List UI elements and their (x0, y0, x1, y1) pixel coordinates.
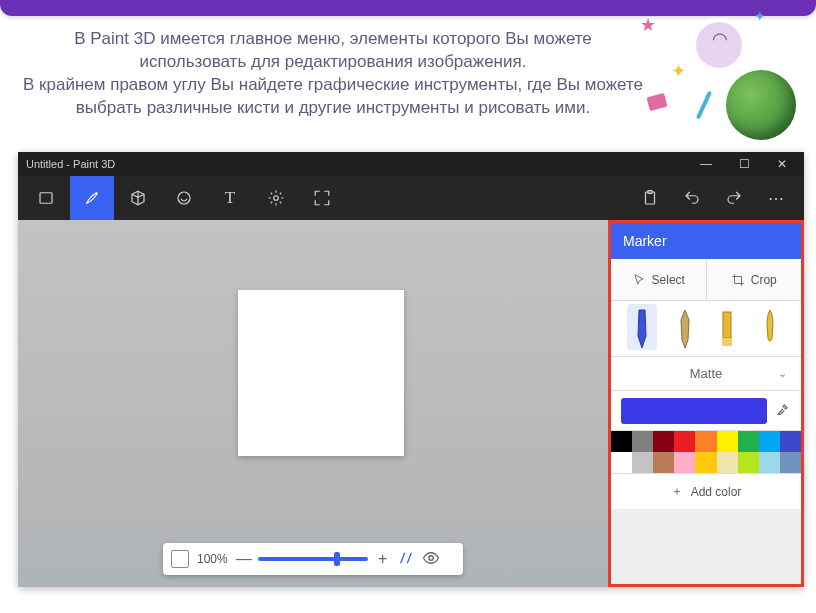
palette-color[interactable] (780, 431, 801, 452)
star-icon: ✦ (754, 8, 766, 24)
plus-icon: ＋ (671, 483, 683, 500)
add-color-button[interactable]: ＋ Add color (611, 473, 801, 509)
palette-color[interactable] (632, 431, 653, 452)
redo-button[interactable] (720, 176, 748, 220)
book-icon (646, 93, 667, 111)
current-color-swatch[interactable] (621, 398, 767, 424)
eye-icon[interactable] (422, 549, 440, 570)
star-icon: ★ (640, 14, 656, 36)
3d-shapes-tab[interactable] (116, 176, 160, 220)
palette-color[interactable] (738, 431, 759, 452)
brushes-tab[interactable] (70, 176, 114, 220)
chevron-down-icon: ⌄ (778, 367, 787, 380)
svg-point-2 (274, 196, 279, 201)
crop-label: Crop (751, 273, 777, 287)
window-controls: — ☐ ✕ (692, 155, 796, 173)
eyedropper-button[interactable] (775, 401, 791, 421)
crop-button[interactable]: Crop (706, 259, 802, 300)
brush-oil[interactable] (712, 304, 742, 350)
color-palette (611, 431, 801, 473)
palette-color[interactable] (717, 452, 738, 473)
undo-button[interactable] (678, 176, 706, 220)
slide-decoration: ★ ✦ ✦ (636, 0, 806, 140)
fit-screen-button[interactable] (171, 550, 189, 568)
palette-color[interactable] (759, 431, 780, 452)
svg-point-1 (178, 192, 190, 204)
stickers-tab[interactable] (162, 176, 206, 220)
cursor-icon (632, 273, 646, 287)
slide-caption-text: В Paint 3D имеется главное меню, элемент… (23, 29, 643, 117)
palette-color[interactable] (759, 452, 780, 473)
zoom-in-button[interactable]: + (376, 550, 390, 568)
palette-color[interactable] (717, 431, 738, 452)
palette-color[interactable] (674, 431, 695, 452)
crop-icon (731, 273, 745, 287)
svg-rect-7 (722, 338, 732, 346)
add-color-label: Add color (691, 485, 742, 499)
text-tab[interactable]: T (208, 176, 252, 220)
svg-point-5 (428, 555, 433, 560)
palette-color[interactable] (653, 452, 674, 473)
zoom-slider[interactable] (258, 557, 368, 561)
palette-color[interactable] (632, 452, 653, 473)
close-button[interactable]: ✕ (768, 155, 796, 173)
svg-rect-6 (723, 312, 731, 338)
palette-color[interactable] (653, 431, 674, 452)
select-label: Select (652, 273, 685, 287)
menu-button[interactable] (24, 176, 68, 220)
brush-watercolor[interactable] (755, 304, 785, 350)
window-titlebar: Untitled - Paint 3D — ☐ ✕ (18, 152, 804, 176)
star-icon: ✦ (671, 60, 686, 82)
brush-picker (611, 301, 801, 357)
window-title: Untitled - Paint 3D (26, 158, 115, 170)
color-picker-row (611, 391, 801, 431)
palette-color[interactable] (674, 452, 695, 473)
brush-calligraphy[interactable] (670, 304, 700, 350)
palette-color[interactable] (695, 431, 716, 452)
earth-icon (726, 70, 796, 140)
palette-color[interactable] (780, 452, 801, 473)
maximize-button[interactable]: ☐ (730, 155, 758, 173)
tools-sidebar: Marker Select Crop (608, 220, 804, 587)
effects-tab[interactable] (254, 176, 298, 220)
zoom-out-button[interactable]: — (236, 550, 250, 568)
svg-rect-0 (40, 193, 52, 204)
palette-color[interactable] (738, 452, 759, 473)
top-toolbar: T ⋯ (18, 176, 804, 220)
astronaut-icon (692, 18, 746, 72)
material-select[interactable]: Matte ⌄ (611, 357, 801, 391)
paste-button[interactable] (636, 176, 664, 220)
brush-marker[interactable] (627, 304, 657, 350)
select-button[interactable]: Select (611, 259, 706, 300)
canvas[interactable] (238, 290, 404, 456)
slide-header: В Paint 3D имеется главное меню, элемент… (0, 0, 816, 145)
view-3d-button[interactable] (398, 550, 414, 569)
palette-color[interactable] (611, 431, 632, 452)
zoom-label: 100% (197, 552, 228, 566)
zoom-bar: 100% — + (163, 543, 463, 575)
sidebar-title: Marker (611, 223, 801, 259)
slide-caption: В Paint 3D имеется главное меню, элемент… (20, 28, 646, 120)
palette-color[interactable] (611, 452, 632, 473)
palette-color[interactable] (695, 452, 716, 473)
material-label: Matte (690, 366, 723, 381)
canvas-area[interactable]: 100% — + (18, 220, 608, 587)
paint3d-window: Untitled - Paint 3D — ☐ ✕ T (18, 152, 804, 587)
canvas-tab[interactable] (300, 176, 344, 220)
pencil-icon (696, 91, 712, 120)
more-button[interactable]: ⋯ (762, 176, 790, 220)
minimize-button[interactable]: — (692, 155, 720, 173)
